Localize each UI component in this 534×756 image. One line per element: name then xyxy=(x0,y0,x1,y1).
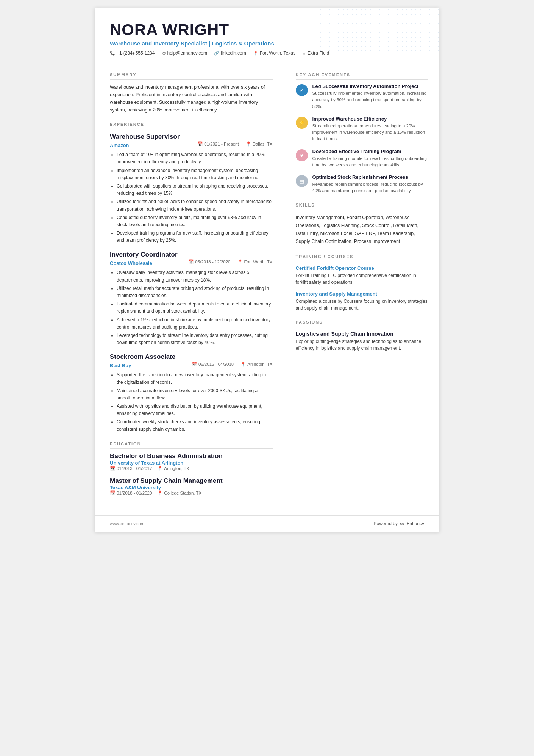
edu-institution-1: University of Texas at Arlington xyxy=(110,460,273,466)
left-column: SUMMARY Warehouse and inventory manageme… xyxy=(95,63,284,515)
edu-meta-2: 📅 01/2018 - 01/2020 📍 College Station, T… xyxy=(110,490,273,496)
company-name-2: Costco Wholesale xyxy=(110,260,152,266)
contact-phone: 📞 +1-(234)-555-1234 xyxy=(110,50,155,56)
job-entry-3: Stockroom Associate Best Buy 📅 06/2015 -… xyxy=(110,353,273,433)
calendar-icon-3: 📅 xyxy=(192,362,197,367)
summary-section-title: SUMMARY xyxy=(110,72,273,80)
passions-section-title: PASSIONS xyxy=(296,320,428,327)
bullet-1-5: Conducted quarterly inventory audits, ma… xyxy=(117,214,273,229)
achievement-content-3: Developed Effective Training Program Cre… xyxy=(312,149,428,169)
summary-section: SUMMARY Warehouse and inventory manageme… xyxy=(110,72,273,114)
achievement-icon-4: ▤ xyxy=(296,175,308,187)
achievement-4: ▤ Optimized Stock Replenishment Process … xyxy=(296,174,428,194)
skills-text: Inventory Management, Forklift Operation… xyxy=(296,214,428,246)
edu-entry-1: Bachelor of Business Administration Univ… xyxy=(110,452,273,471)
training-item-1: Certified Forklift Operator Course Forkl… xyxy=(296,265,428,286)
summary-text: Warehouse and inventory management profe… xyxy=(110,83,273,114)
loc-icon-edu2: 📍 xyxy=(157,490,162,496)
job-entry-1: Warehouse Supervisor Amazon 📅 01/2021 - … xyxy=(110,133,273,244)
job-location-3: 📍 Arlington, TX xyxy=(240,362,272,367)
company-name-1: Amazon xyxy=(110,142,129,148)
achievement-title-3: Developed Effective Training Program xyxy=(312,149,428,154)
achievement-title-2: Improved Warehouse Efficiency xyxy=(312,116,428,122)
star-icon: ☆ xyxy=(302,51,306,56)
bullet-1-6: Developed training programs for new staf… xyxy=(117,230,273,244)
training-title-2: Inventory and Supply Management xyxy=(296,291,428,297)
calendar-icon-2: 📅 xyxy=(188,259,194,265)
achievement-content-4: Optimized Stock Replenishment Process Re… xyxy=(312,174,428,194)
job-meta-3: 📅 06/2015 - 04/2018 📍 Arlington, TX xyxy=(192,362,273,367)
job-entry-2: Inventory Coordinator Costco Wholesale 📅… xyxy=(110,251,273,346)
achievement-1: ✓ Led Successful Inventory Automation Pr… xyxy=(296,83,428,110)
right-column: KEY ACHIEVEMENTS ✓ Led Successful Invent… xyxy=(284,63,440,515)
candidate-title: Warehouse and Inventory Specialist | Log… xyxy=(110,40,424,47)
passions-section: PASSIONS Logistics and Supply Chain Inno… xyxy=(296,320,428,352)
achievement-desc-1: Successfully implemented inventory autom… xyxy=(312,90,428,110)
edu-degree-1: Bachelor of Business Administration xyxy=(110,452,273,460)
job-bullets-3: Supported the transition to a new invent… xyxy=(110,371,273,433)
achievement-icon-2: ⚡ xyxy=(296,117,308,129)
phone-icon: 📞 xyxy=(110,51,115,56)
job-meta-row-2: Costco Wholesale 📅 05/2018 - 12/2020 📍 F… xyxy=(110,259,273,267)
achievement-desc-3: Created a training module for new hires,… xyxy=(312,155,428,169)
bullet-3-3: Assisted with logistics and distribution… xyxy=(117,403,273,417)
main-layout: SUMMARY Warehouse and inventory manageme… xyxy=(95,63,439,515)
job-bullets-1: Led a team of 10+ in optimizing warehous… xyxy=(110,151,273,244)
job-bullets-2: Oversaw daily inventory activities, mana… xyxy=(110,269,273,346)
loc-icon-2: 📍 xyxy=(237,259,243,265)
loc-icon-edu1: 📍 xyxy=(157,466,162,471)
job-meta-row-1: Amazon 📅 01/2021 - Present 📍 Dallas, TX xyxy=(110,141,273,149)
achievement-desc-4: Revamped replenishment process, reducing… xyxy=(312,181,428,194)
edu-meta-1: 📅 01/2013 - 01/2017 📍 Arlington, TX xyxy=(110,466,273,471)
footer-website: www.enhancv.com xyxy=(110,521,144,526)
loc-icon-3: 📍 xyxy=(240,362,246,367)
contact-location: 📍 Fort Worth, Texas xyxy=(253,50,295,56)
job-location-2: 📍 Fort Worth, TX xyxy=(237,259,273,265)
training-desc-2: Completed a course by Coursera focusing … xyxy=(296,298,428,311)
training-item-2: Inventory and Supply Management Complete… xyxy=(296,291,428,311)
edu-entry-2: Master of Supply Chain Management Texas … xyxy=(110,477,273,496)
brand-name: Enhancv xyxy=(406,521,424,526)
experience-section-title: EXPERIENCE xyxy=(110,122,273,129)
edu-degree-2: Master of Supply Chain Management xyxy=(110,477,273,485)
resume-wrapper: NORA WRIGHT Warehouse and Inventory Spec… xyxy=(95,8,439,532)
skills-section-title: SKILLS xyxy=(296,203,428,210)
achievement-title-1: Led Successful Inventory Automation Proj… xyxy=(312,83,428,89)
job-title-2: Inventory Coordinator xyxy=(110,251,273,258)
bullet-1-3: Collaborated with suppliers to streamlin… xyxy=(117,183,273,197)
candidate-name: NORA WRIGHT xyxy=(110,21,424,39)
link-icon: 🔗 xyxy=(214,51,219,56)
achievement-desc-2: Streamlined operational procedures leadi… xyxy=(312,123,428,142)
job-meta-1: 📅 01/2021 - Present 📍 Dallas, TX xyxy=(197,141,272,147)
bullet-3-1: Supported the transition to a new invent… xyxy=(117,371,273,386)
experience-section: EXPERIENCE Warehouse Supervisor Amazon 📅… xyxy=(110,122,273,433)
bullet-2-3: Facilitated communication between depart… xyxy=(117,301,273,315)
job-dates-2: 📅 05/2018 - 12/2020 xyxy=(188,259,230,265)
cal-icon-edu2: 📅 xyxy=(110,490,115,496)
achievement-content-1: Led Successful Inventory Automation Proj… xyxy=(312,83,428,110)
footer-bar: www.enhancv.com Powered by ∞ Enhancv xyxy=(95,515,439,532)
achievement-icon-1: ✓ xyxy=(296,84,308,96)
job-title-1: Warehouse Supervisor xyxy=(110,133,273,141)
powered-by-label: Powered by xyxy=(374,521,398,526)
bullet-3-2: Maintained accurate inventory levels for… xyxy=(117,387,273,402)
achievement-icon-3: ♥ xyxy=(296,149,308,161)
calendar-icon-1: 📅 xyxy=(197,141,203,147)
bullet-2-2: Utilized retail math for accurate pricin… xyxy=(117,285,273,299)
achievement-content-2: Improved Warehouse Efficiency Streamline… xyxy=(312,116,428,142)
location-icon: 📍 xyxy=(253,51,258,56)
bullet-2-5: Leveraged technology to streamline inven… xyxy=(117,332,273,346)
job-dates-3: 📅 06/2015 - 04/2018 xyxy=(192,362,234,367)
training-desc-1: Forklift Training LLC provided comprehen… xyxy=(296,272,428,286)
bullet-1-2: Implemented an advanced inventory manage… xyxy=(117,167,273,182)
edu-institution-2: Texas A&M University xyxy=(110,485,273,490)
passion-title: Logistics and Supply Chain Innovation xyxy=(296,331,428,337)
email-icon: @ xyxy=(161,51,166,55)
bullet-2-1: Oversaw daily inventory activities, mana… xyxy=(117,269,273,283)
company-name-3: Best Buy xyxy=(110,363,131,368)
education-section: EDUCATION Bachelor of Business Administr… xyxy=(110,441,273,496)
job-title-3: Stockroom Associate xyxy=(110,353,273,361)
contact-row: 📞 +1-(234)-555-1234 @ help@enhancv.com 🔗… xyxy=(110,50,424,56)
achievement-title-4: Optimized Stock Replenishment Process xyxy=(312,174,428,180)
achievements-section-title: KEY ACHIEVEMENTS xyxy=(296,72,428,80)
